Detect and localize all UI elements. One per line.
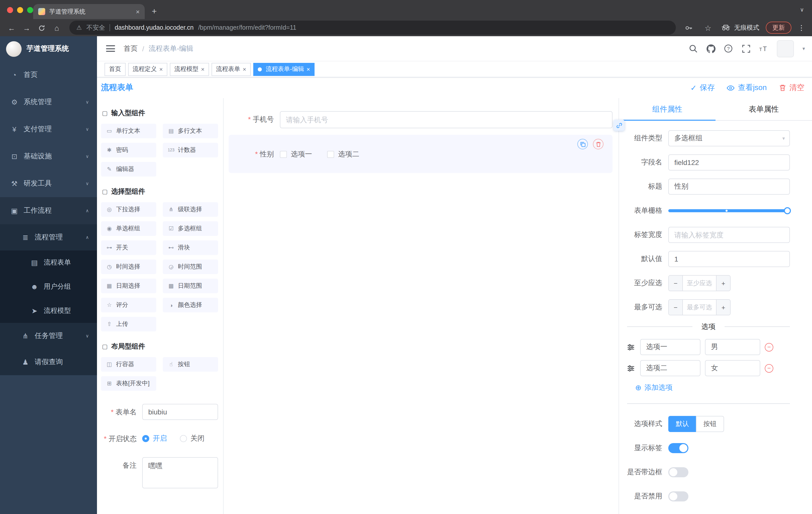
tag-close-icon[interactable]: × [307,65,310,73]
save-button[interactable]: ✓ 保存 [690,83,715,92]
tag-process-definition[interactable]: 流程定义 × [128,63,167,76]
status-radio-off[interactable]: 关闭 [180,434,204,443]
option-1-label-input[interactable] [640,339,700,355]
sidebar-item-process-model[interactable]: ➤ 流程模型 [0,299,97,323]
sidebar-item-user-group[interactable]: ☻ 用户分组 [0,275,97,299]
search-icon[interactable] [689,44,698,53]
tag-close-icon[interactable]: × [159,65,163,73]
sidebar-item-dev-tools[interactable]: ⚒ 研发工具 ∨ [0,170,97,197]
home-button[interactable]: ⌂ [50,24,63,31]
drag-handle-icon[interactable] [627,343,636,351]
component-upload[interactable]: ⇧上传 [101,317,156,331]
component-switch[interactable]: ⊶开关 [101,240,156,255]
browser-tab[interactable]: 芋道管理系统 × [33,4,145,19]
avatar-dropdown-caret-icon[interactable]: ▾ [803,46,805,51]
reload-button[interactable] [35,24,48,32]
max-select-value[interactable]: 最多可选 [683,300,716,315]
component-color-picker[interactable]: ◑颜色选择 [163,298,218,312]
stepper-minus-button[interactable]: − [669,276,683,291]
sidebar-item-leave-query[interactable]: ♟ 请假查询 [0,349,97,375]
label-width-input[interactable] [668,227,790,243]
new-tab-button[interactable]: + [152,7,157,16]
component-rate[interactable]: ☆评分 [101,298,156,312]
stepper-plus-button[interactable]: + [716,300,730,315]
component-date-picker[interactable]: ▦日期选择 [101,279,156,293]
gender-option-2-checkbox[interactable]: 选项二 [327,150,359,159]
component-row-container[interactable]: ◫行容器 [101,357,156,372]
window-minimize-button[interactable] [17,7,23,13]
component-cascader[interactable]: ⋔级联选择 [163,202,218,217]
forward-button[interactable]: → [20,24,33,31]
component-slider[interactable]: ⊷滑块 [163,240,218,255]
tab-component-props[interactable]: 组件属性 [619,98,716,120]
tab-form-props[interactable]: 表单属性 [716,98,812,120]
stepper-plus-button[interactable]: + [716,276,730,291]
remove-option-button[interactable]: − [765,343,773,351]
breadcrumb-home-link[interactable]: 首页 [124,44,138,53]
tag-process-model[interactable]: 流程模型 × [170,63,209,76]
slider-handle[interactable] [784,207,791,214]
github-icon[interactable] [706,44,716,53]
browser-menu-kebab-icon[interactable]: ⋮ [798,24,805,32]
back-button[interactable]: ← [5,24,18,31]
tab-close-icon[interactable]: × [136,8,140,15]
font-size-icon[interactable]: TT [759,44,768,53]
clear-button[interactable]: 清空 [779,83,805,92]
min-select-value[interactable]: 至少应选 [683,276,716,291]
default-value-input[interactable] [668,251,790,267]
sidebar-item-process-management[interactable]: ≣ 流程管理 ∧ [0,224,97,250]
form-remark-textarea[interactable]: 嘿嘿 [142,457,218,488]
phone-field-input[interactable] [280,111,612,128]
add-option-button[interactable]: ⊕ 添加选项 [635,383,790,392]
field-name-input[interactable] [668,154,790,170]
tag-process-form[interactable]: 流程表单 × [211,63,251,76]
component-single-line-text[interactable]: ▭单行文本 [101,124,156,138]
fullscreen-icon[interactable] [742,44,751,53]
help-icon[interactable]: ? [724,44,733,53]
disabled-toggle[interactable] [668,491,688,502]
style-button-button[interactable]: 按钮 [696,416,724,432]
stepper-minus-button[interactable]: − [669,300,683,315]
window-zoom-button[interactable] [27,7,33,13]
component-time-picker[interactable]: ◷时间选择 [101,260,156,274]
sidebar-item-infrastructure[interactable]: ⊡ 基础设施 ∨ [0,143,97,170]
remove-option-button[interactable]: − [765,364,773,373]
tag-process-form-edit[interactable]: 流程表单-编辑 × [253,63,315,76]
with-border-toggle[interactable] [668,467,688,477]
component-button[interactable]: ☝按钮 [163,357,218,372]
sidebar-item-payment-management[interactable]: ¥ 支付管理 ∨ [0,116,97,143]
link-icon-badge[interactable] [613,120,625,131]
component-editor[interactable]: ✎编辑器 [101,162,156,177]
delete-component-button[interactable] [593,139,604,150]
option-2-label-input[interactable] [640,360,700,376]
sidebar-item-task-management[interactable]: ⋔ 任务管理 ∨ [0,323,97,349]
password-key-icon[interactable] [682,23,695,32]
form-grid-slider[interactable] [668,203,790,219]
component-counter[interactable]: 123计数器 [163,143,218,157]
tag-close-icon[interactable]: × [201,65,204,73]
sidebar-item-home[interactable]: ◔ 首页 [0,61,97,88]
browser-update-button[interactable]: 更新 [766,22,791,34]
gender-option-1-checkbox[interactable]: 选项一 [280,150,312,159]
window-close-button[interactable] [7,7,13,13]
component-checkbox-group[interactable]: ☑多选框组 [163,221,218,236]
sidebar-item-workflow[interactable]: ▣ 工作流程 ∧ [0,197,97,224]
option-1-value-input[interactable] [705,339,760,355]
show-label-toggle[interactable] [668,443,688,453]
copy-component-button[interactable] [577,139,588,150]
component-password[interactable]: ✱密码 [101,143,156,157]
style-default-button[interactable]: 默认 [668,416,696,432]
title-input[interactable] [668,179,790,195]
address-bar[interactable]: ⚠ 不安全 dashboard.yudao.iocoder.cn/bpm/man… [69,21,676,35]
user-avatar[interactable] [777,40,794,57]
sidebar-item-system-management[interactable]: ⚙ 系统管理 ∨ [0,88,97,116]
form-name-input[interactable] [142,404,218,420]
drag-handle-icon[interactable] [627,364,636,372]
view-json-button[interactable]: 查看json [727,83,767,92]
component-type-select[interactable] [668,130,790,146]
component-date-range[interactable]: ▩日期范围 [163,279,218,293]
component-dropdown-select[interactable]: ◎下拉选择 [101,202,156,217]
option-2-value-input[interactable] [705,360,760,376]
tag-home[interactable]: 首页 [105,63,126,76]
tag-close-icon[interactable]: × [243,65,246,73]
